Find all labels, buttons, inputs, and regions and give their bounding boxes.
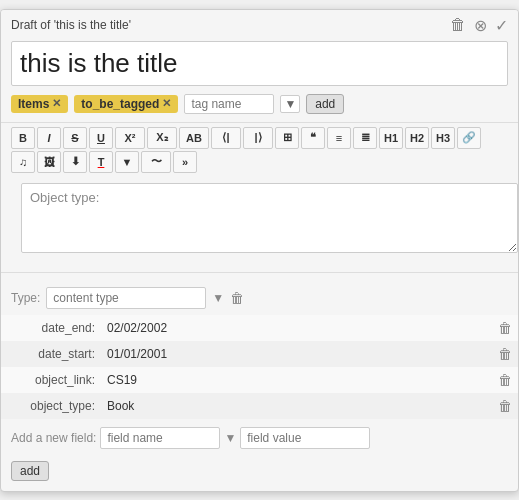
field-value <box>101 393 492 419</box>
field-delete-cell: 🗑 <box>492 367 518 393</box>
format2-button[interactable]: |⟩ <box>243 127 273 149</box>
field-delete-button[interactable]: 🗑 <box>498 346 512 362</box>
field-value-input[interactable] <box>107 321 486 335</box>
type-delete-icon[interactable]: 🗑 <box>230 290 244 306</box>
editor-area[interactable]: Object type: <box>21 183 518 253</box>
field-value-input[interactable] <box>107 347 486 361</box>
tag-name-input[interactable] <box>184 94 274 114</box>
check-icon[interactable]: ✓ <box>495 16 508 35</box>
table-button[interactable]: ⊞ <box>275 127 299 149</box>
table-row: date_end: 🗑 <box>1 315 518 341</box>
tag-to-be-tagged: to_be_tagged ✕ <box>74 95 178 113</box>
heading3-button[interactable]: H3 <box>431 127 455 149</box>
superscript-button[interactable]: X² <box>115 127 145 149</box>
tags-row: Items ✕ to_be_tagged ✕ ▼ add <box>1 86 518 122</box>
field-delete-button[interactable]: 🗑 <box>498 398 512 414</box>
type-input[interactable] <box>46 287 206 309</box>
tag-items: Items ✕ <box>11 95 68 113</box>
field-value-new-input[interactable] <box>240 427 370 449</box>
field-label: object_link: <box>1 367 101 393</box>
table-row: object_type: 🗑 <box>1 393 518 419</box>
type-row: Type: ▼ 🗑 <box>1 281 518 315</box>
image-button[interactable]: 🖼 <box>37 151 61 173</box>
close-icon[interactable]: ⊗ <box>474 16 487 35</box>
window-header: Draft of 'this is the title' 🗑 ⊗ ✓ <box>1 10 518 41</box>
editor-container: Object type: <box>1 175 518 264</box>
wave-button[interactable]: 〜 <box>141 151 171 173</box>
field-label: date_end: <box>1 315 101 341</box>
tag-items-close[interactable]: ✕ <box>52 97 61 110</box>
section-divider-1 <box>1 272 518 273</box>
strikethrough-button[interactable]: S <box>63 127 87 149</box>
tag-to-be-tagged-close[interactable]: ✕ <box>162 97 171 110</box>
tag-dropdown-icon[interactable]: ▼ <box>280 95 300 113</box>
type-dropdown-icon[interactable]: ▼ <box>212 291 224 305</box>
list-bullet-button[interactable]: ≡ <box>327 127 351 149</box>
type-label: Type: <box>11 291 40 305</box>
add-tag-button[interactable]: add <box>306 94 344 114</box>
field-delete-button[interactable]: 🗑 <box>498 372 512 388</box>
table-row: date_start: 🗑 <box>1 341 518 367</box>
text-color-button[interactable]: T <box>89 151 113 173</box>
text-dropdown-button[interactable]: ▼ <box>115 151 139 173</box>
heading1-button[interactable]: H1 <box>379 127 403 149</box>
bottom-add-row: add <box>1 453 518 491</box>
add-field-button[interactable]: add <box>11 461 49 481</box>
bold-button[interactable]: B <box>11 127 35 149</box>
title-input[interactable] <box>11 41 508 86</box>
toolbar-row-2: ♫ 🖼 ⬇ T ▼ 〜 » <box>11 151 508 173</box>
add-field-label: Add a new field: <box>11 431 96 445</box>
field-value-input[interactable] <box>107 373 486 387</box>
subscript-button[interactable]: X₂ <box>147 127 177 149</box>
tag-items-label: Items <box>18 97 49 111</box>
field-value <box>101 315 492 341</box>
main-window: Draft of 'this is the title' 🗑 ⊗ ✓ Items… <box>0 9 519 492</box>
trash-icon[interactable]: 🗑 <box>450 16 466 34</box>
field-name-input[interactable] <box>100 427 220 449</box>
italic-button[interactable]: I <box>37 127 61 149</box>
field-delete-cell: 🗑 <box>492 393 518 419</box>
field-value <box>101 367 492 393</box>
blockquote-button[interactable]: ❝ <box>301 127 325 149</box>
add-field-row: Add a new field: ▼ <box>1 419 518 453</box>
field-value-input[interactable] <box>107 399 486 413</box>
field-name-dropdown-icon[interactable]: ▼ <box>224 431 236 445</box>
field-delete-cell: 🗑 <box>492 341 518 367</box>
window-header-title: Draft of 'this is the title' <box>11 18 131 32</box>
fields-table: date_end: 🗑 date_start: 🗑 object_link: 🗑… <box>1 315 518 419</box>
field-label: object_type: <box>1 393 101 419</box>
audio-button[interactable]: ♫ <box>11 151 35 173</box>
table-row: object_link: 🗑 <box>1 367 518 393</box>
field-value <box>101 341 492 367</box>
format1-button[interactable]: ⟨| <box>211 127 241 149</box>
header-icons: 🗑 ⊗ ✓ <box>450 16 508 35</box>
arrow-right-button[interactable]: » <box>173 151 197 173</box>
toolbar: B I S U X² X₂ AB ⟨| |⟩ ⊞ ❝ ≡ ≣ H1 H2 H3 … <box>1 122 518 175</box>
field-label: date_start: <box>1 341 101 367</box>
toolbar-row-1: B I S U X² X₂ AB ⟨| |⟩ ⊞ ❝ ≡ ≣ H1 H2 H3 … <box>11 127 508 149</box>
list-ordered-button[interactable]: ≣ <box>353 127 377 149</box>
heading2-button[interactable]: H2 <box>405 127 429 149</box>
field-delete-cell: 🗑 <box>492 315 518 341</box>
underline-button[interactable]: U <box>89 127 113 149</box>
normal-text-button[interactable]: AB <box>179 127 209 149</box>
field-delete-button[interactable]: 🗑 <box>498 320 512 336</box>
download-button[interactable]: ⬇ <box>63 151 87 173</box>
tag-to-be-tagged-label: to_be_tagged <box>81 97 159 111</box>
link-button[interactable]: 🔗 <box>457 127 481 149</box>
